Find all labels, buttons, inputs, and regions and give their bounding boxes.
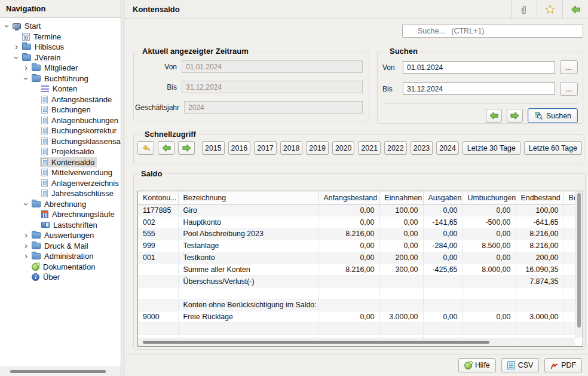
- nav-item-termine[interactable]: Termine: [0, 32, 121, 42]
- year-button-2024[interactable]: 2024: [436, 141, 459, 155]
- table-row[interactable]: [138, 323, 575, 335]
- table-row[interactable]: 001Testkonto0,00200,000,000,00200,00: [138, 252, 575, 264]
- column-header-bezeichnung[interactable]: Bezeichnung: [178, 191, 318, 204]
- nav-item-mittelverwendung[interactable]: Mittelverwendung: [0, 167, 121, 178]
- nav-item-auswertungen[interactable]: ›Auswertungen: [0, 230, 121, 241]
- nav-item-start[interactable]: ›Start: [0, 21, 121, 32]
- column-header-ausgaben[interactable]: Ausgaben: [423, 191, 463, 204]
- csv-button-label: CSV: [518, 361, 533, 369]
- green-arrow-right-icon: [510, 111, 519, 120]
- table-cell: [564, 240, 575, 252]
- collapsed-chevron-icon[interactable]: ›: [22, 63, 30, 72]
- nav-item-dokumentation[interactable]: Dokumentation: [0, 262, 121, 273]
- nav-item-buchungen[interactable]: Buchungen: [0, 105, 121, 115]
- next-year-button[interactable]: [178, 141, 195, 155]
- year-button-2023[interactable]: 2023: [411, 141, 433, 155]
- year-button-2021[interactable]: 2021: [358, 141, 381, 155]
- reset-year-button[interactable]: [137, 141, 154, 155]
- saldo-table: Kontonu...BezeichnungAnfangsbestandEinna…: [138, 191, 575, 338]
- table-row[interactable]: Überschuss/Verlust(-)7.874,35: [138, 276, 575, 288]
- expanded-chevron-icon[interactable]: ›: [22, 74, 30, 83]
- table-vertical-scrollbar[interactable]: [575, 191, 583, 338]
- year-button-2015[interactable]: 2015: [202, 141, 225, 155]
- info-icon: [32, 273, 39, 281]
- column-header-anfangsbestand[interactable]: Anfangsbestand: [318, 191, 379, 204]
- previous-year-button[interactable]: [158, 141, 174, 155]
- table-vertical-scrollbar-thumb[interactable]: [577, 193, 581, 328]
- nav-item-buchungsklassensaldo[interactable]: Buchungsklassensaldo: [0, 136, 121, 147]
- nav-item-buchführung[interactable]: ›Buchführung: [0, 74, 121, 84]
- table-cell: [463, 299, 516, 311]
- year-button-2019[interactable]: 2019: [306, 141, 329, 155]
- nav-item-administration[interactable]: ›Administration: [0, 251, 121, 262]
- nav-item-anlagenbuchungen[interactable]: Anlagenbuchungen: [0, 115, 121, 126]
- table-row[interactable]: 002Hauptkonto0,000,00-141,65-500,00-641,…: [138, 216, 575, 228]
- table-row[interactable]: 9000Freie Rücklage0,003.000,000,000,003.…: [138, 311, 575, 323]
- nav-item-kontensaldo[interactable]: Kontensaldo: [0, 157, 121, 168]
- year-button-2020[interactable]: 2020: [332, 141, 355, 155]
- expanded-chevron-icon[interactable]: ›: [12, 53, 21, 62]
- column-header-umbuchungen[interactable]: Umbuchungen: [463, 191, 516, 204]
- nav-item-anlagenverzeichnis[interactable]: Anlagenverzeichnis: [0, 178, 121, 189]
- bis-date-picker-button[interactable]: ...: [560, 82, 578, 96]
- green-arrow-left-icon: [571, 5, 581, 14]
- suchen-von-field[interactable]: [403, 61, 555, 74]
- nav-item-jahresabschlüsse[interactable]: Jahresabschlüsse: [0, 188, 121, 199]
- collapsed-chevron-icon[interactable]: ›: [12, 42, 21, 51]
- pdf-export-button[interactable]: PDF: [544, 358, 582, 372]
- csv-export-button[interactable]: CSV: [501, 358, 539, 372]
- next-period-button[interactable]: [507, 109, 523, 123]
- nav-item-mitglieder[interactable]: ›Mitglieder: [0, 63, 121, 74]
- table-row[interactable]: Konten ohne Berücksichtigung im Saldo:: [138, 299, 575, 311]
- expanded-chevron-icon[interactable]: ›: [2, 22, 11, 30]
- hilfe-button[interactable]: Hilfe: [458, 358, 496, 372]
- help-icon: [464, 362, 472, 369]
- column-header-bemerkung[interactable]: Bemerkung: [564, 191, 575, 204]
- nav-item-buchungskorrektur[interactable]: Buchungskorrektur: [0, 126, 121, 136]
- search-input[interactable]: [402, 24, 583, 38]
- nav-item-anfangsbestände[interactable]: Anfangsbestände: [0, 94, 121, 105]
- attachment-button[interactable]: [512, 0, 537, 19]
- nav-item-konten[interactable]: Konten: [0, 84, 121, 94]
- year-button-2017[interactable]: 2017: [254, 141, 277, 155]
- table-cell: [178, 288, 318, 299]
- nav-item-lastschriften[interactable]: Lastschriften: [0, 220, 121, 231]
- nav-item-hibiscus[interactable]: ›Hibiscus: [0, 42, 121, 53]
- previous-period-button[interactable]: [486, 109, 502, 123]
- table-row[interactable]: [138, 288, 575, 299]
- table-horizontal-scrollbar[interactable]: [138, 338, 575, 346]
- nav-item-label: Start: [24, 22, 41, 30]
- column-header-kontonu[interactable]: Kontonu...: [138, 191, 178, 204]
- nav-item-druck-mail[interactable]: ›Druck & Mail: [0, 241, 121, 252]
- nav-item-jverein[interactable]: ›JVerein: [0, 53, 121, 63]
- table-horizontal-scrollbar-thumb[interactable]: [143, 341, 489, 344]
- favorite-button[interactable]: [537, 0, 562, 19]
- suchen-button[interactable]: Suchen: [528, 108, 578, 123]
- nav-item-abrechnung[interactable]: ›Abrechnung: [0, 199, 121, 210]
- von-date-picker-button[interactable]: ...: [560, 60, 578, 74]
- table-row[interactable]: Summe aller Konten8.216,00300,00-425,658…: [138, 264, 575, 276]
- back-button[interactable]: [563, 0, 588, 19]
- table-cell: [138, 288, 178, 299]
- range-button-letzte-60-tage[interactable]: Letzte 60 Tage: [524, 141, 582, 155]
- year-button-2018[interactable]: 2018: [280, 141, 303, 155]
- table-row[interactable]: 555Pool Abschreibung 20238.216,000,000,0…: [138, 228, 575, 240]
- collapsed-chevron-icon[interactable]: ›: [22, 242, 30, 250]
- collapsed-chevron-icon[interactable]: ›: [22, 252, 30, 261]
- column-header-einnahmen[interactable]: Einnahmen: [379, 191, 423, 204]
- year-button-2016[interactable]: 2016: [228, 141, 251, 155]
- nav-horizontal-scrollbar[interactable]: [0, 366, 121, 376]
- nav-item-abrechnungsläufe[interactable]: Abrechnungsläufe: [0, 209, 121, 220]
- table-row[interactable]: 1177885Giro0,00100,000,000,00100,00: [138, 204, 575, 216]
- year-button-2022[interactable]: 2022: [384, 141, 407, 155]
- column-header-endbestand[interactable]: Endbestand: [516, 191, 564, 204]
- expanded-chevron-icon[interactable]: ›: [22, 200, 30, 209]
- nav-horizontal-scrollbar-thumb[interactable]: [10, 370, 106, 373]
- range-button-letzte-30-tage[interactable]: Letzte 30 Tage: [463, 141, 520, 155]
- nav-item-projektsaldo[interactable]: Projektsaldo: [0, 146, 121, 157]
- table-row[interactable]: 999Testanlage0,000,00-284,008.500,008.21…: [138, 240, 575, 252]
- suchen-bis-field[interactable]: [403, 82, 555, 95]
- collapsed-chevron-icon[interactable]: ›: [22, 231, 30, 240]
- nav-item-über[interactable]: Über: [0, 272, 121, 283]
- search-group: Suchen Von ... Bis ... Suchen: [377, 47, 583, 124]
